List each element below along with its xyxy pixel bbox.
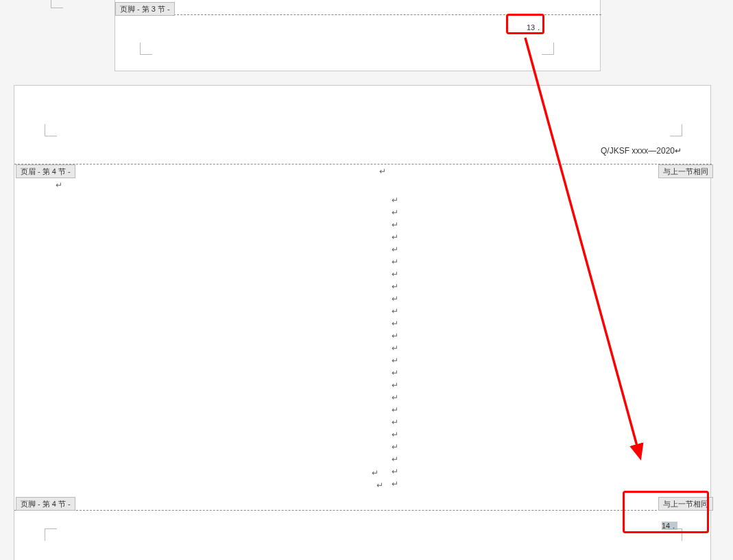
- header-tag-same-as-prev[interactable]: 与上一节相同: [658, 165, 713, 178]
- crop-mark: [670, 124, 682, 136]
- header-text-content: Q/JKSF xxxx—2020: [601, 146, 675, 156]
- para-mark: ↵: [372, 468, 378, 478]
- paragraph-marks-column: ↵↵↵↵↵ ↵↵↵↵↵ ↵↵↵↵↵ ↵↵↵↵↵ ↵↵↵↵: [390, 194, 400, 490]
- annotation-redbox-footer: [623, 491, 709, 533]
- annotation-redbox-13: [506, 14, 544, 34]
- footer-tag-section3[interactable]: 页脚 - 第 3 节 -: [115, 2, 175, 16]
- crop-mark: [140, 42, 152, 55]
- crop-mark: [45, 124, 57, 136]
- page-2[interactable]: Q/JKSF xxxx—2020↵ ↵ ↵ ↵↵↵↵↵ ↵↵↵↵↵ ↵↵↵↵↵ …: [14, 85, 711, 560]
- crop-mark: [51, 0, 63, 8]
- para-mark: ↵: [56, 180, 62, 190]
- document-canvas: 13． 页脚 - 第 3 节 - Q/JKSF xxxx—2020↵ ↵ ↵ ↵…: [0, 0, 733, 560]
- para-mark: ↵: [675, 146, 682, 156]
- footer-tag-section4[interactable]: 页脚 - 第 4 节 -: [16, 497, 75, 511]
- header-boundary-line: [14, 164, 712, 165]
- page-1-footer-area[interactable]: 13．: [115, 0, 601, 71]
- crop-mark: [542, 42, 554, 55]
- para-mark: ↵: [376, 480, 383, 490]
- para-mark: ↵: [379, 167, 386, 176]
- header-tag-section4[interactable]: 页眉 - 第 4 节 -: [16, 165, 75, 178]
- header-text[interactable]: Q/JKSF xxxx—2020↵: [601, 146, 682, 156]
- footer-boundary-line: [14, 510, 712, 511]
- crop-mark: [45, 528, 57, 541]
